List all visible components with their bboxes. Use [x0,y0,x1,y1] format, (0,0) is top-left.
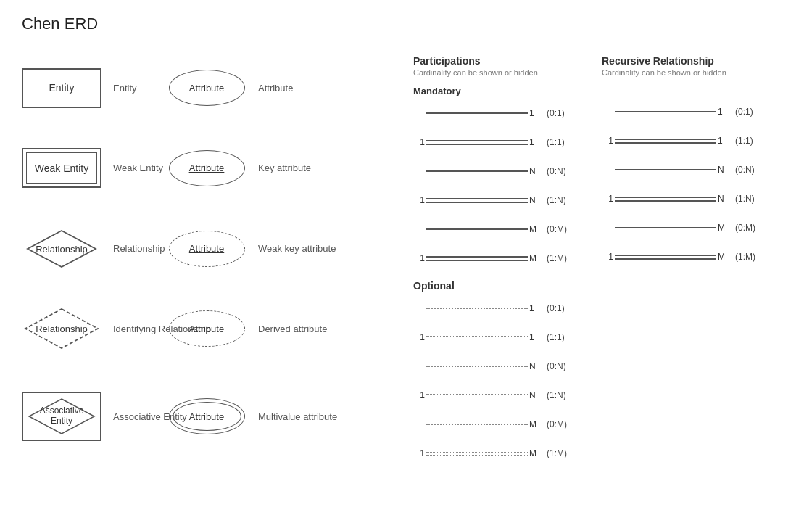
multivalue-attribute-label: Multivalue attribute [258,411,337,422]
opt-0n-right: N [529,361,542,371]
associative-entity-cell: Associative Entity Associative Entity [22,376,167,456]
mand-11-right: 1 [529,137,542,147]
opt-01-label: (0:1) [547,303,565,313]
associative-entity-shape: Associative Entity [22,392,102,441]
opt-01: 1 (0:1) [413,297,602,319]
key-attribute-cell: Attribute Key attribute [167,136,326,201]
rec-1n-line [615,197,716,202]
relationship-diamond: Relationship [25,228,98,269]
participations-title: Participations [413,55,602,67]
svg-text:Relationship: Relationship [36,324,88,334]
rec-11-line [615,139,716,144]
rec-0n-line [615,169,716,170]
attribute-shape-wrapper: Attribute [167,66,246,110]
derived-attribute-shape-label: Attribute [189,324,224,334]
rec-1m-left: 1 [602,252,613,262]
attribute-shape-label: Attribute [189,83,224,94]
multivalue-attr-cell: Attribute Multivalue attribute [167,376,326,456]
mand-1m-right: M [529,253,542,263]
relationship-label: Relationship [113,243,165,254]
opt-1n: 1 N (1:N) [413,384,602,406]
main-layout: Entity Entity Attribute Attribute Weak E… [22,55,790,471]
opt-11-left: 1 [413,332,425,342]
mand-11-line [426,140,528,145]
recursive-title: Recursive Relationship [602,55,790,67]
opt-1m-right: M [529,448,542,458]
svg-text:Entity: Entity [51,416,72,426]
attribute-label: Attribute [258,83,293,94]
rec-11-label: (1:1) [735,136,753,146]
associative-entity-svg: Associative Entity [22,392,102,441]
rec-01-line [615,111,716,112]
participations-section: Participations Cardinality can be shown … [413,55,790,471]
rec-01-right: 1 [718,107,731,117]
mand-11-label: (1:1) [547,137,565,147]
weak-entity-cell: Weak Entity Weak Entity [22,136,167,201]
mand-01-label: (0:1) [547,108,565,118]
rec-0m-label: (0:M) [735,223,755,233]
mand-0n-line [426,170,528,172]
entity-cell: Entity Entity [22,55,167,120]
weak-key-attribute-shape: Attribute [169,231,245,267]
mand-1n-label: (1:N) [547,195,566,205]
mand-1m-label: (1:M) [547,253,567,263]
identifying-relationship-wrapper: Relationship [22,307,102,350]
mand-01-right: 1 [529,108,542,118]
rec-1n-right: N [718,194,731,204]
mand-0m-line [426,228,528,230]
opt-1n-left: 1 [413,390,425,400]
opt-0n-line [426,366,528,367]
opt-0m-right: M [529,419,542,429]
mand-0n-right: N [529,166,542,176]
rec-01-label: (0:1) [735,107,753,117]
rec-0m-right: M [718,223,731,233]
opt-1m-left: 1 [413,448,425,458]
opt-11-line [426,336,528,339]
recursive-subtitle: Cardinality can be shown or hidden [602,68,790,77]
mand-0m-right: M [529,224,542,234]
weak-key-attr-wrapper: Attribute [167,227,246,271]
derived-attr-cell: Attribute Derived attribute [167,296,326,361]
optional-title: Optional [413,280,602,292]
relationship-shape-wrapper: Relationship [22,227,102,271]
identifying-relationship-cell: Relationship Identifying Relationship [22,296,167,361]
mand-0m: M (0:M) [413,218,602,240]
multivalue-attr-wrapper: Attribute [167,395,246,438]
identifying-relationship-diamond: Relationship [22,306,102,351]
mand-1n-left: 1 [413,195,425,205]
rec-1m-label: (1:M) [735,252,755,262]
mand-0n-label: (0:N) [547,166,566,176]
rec-01: 1 (0:1) [602,101,790,123]
opt-0m-label: (0:M) [547,419,567,429]
svg-text:Relationship: Relationship [36,244,88,255]
opt-01-line [426,308,528,309]
opt-01-right: 1 [529,303,542,313]
rec-0m-line [615,227,716,228]
opt-1n-right: N [529,390,542,400]
rec-11: 1 1 (1:1) [602,130,790,152]
opt-0n-label: (0:N) [547,361,566,371]
opt-1n-label: (1:N) [547,390,566,400]
mandatory-title: Mandatory [413,86,602,96]
page-title: Chen ERD [22,15,790,33]
key-attribute-label: Key attribute [258,162,311,173]
entity-shape-label: Entity [49,82,74,94]
shapes-panel: Entity Entity Attribute Attribute Weak E… [22,55,399,471]
entity-label: Entity [113,83,137,94]
opt-0m: M (0:M) [413,413,602,435]
weak-key-attr-label-inner: Attribute [189,243,224,254]
rec-1n: 1 N (1:N) [602,188,790,210]
right-panel: Participations Cardinality can be shown … [399,55,790,471]
key-attr-wrapper: Attribute [167,147,246,190]
opt-11-right: 1 [529,332,542,342]
svg-text:Associative: Associative [40,405,84,416]
opt-1n-line [426,394,528,397]
participations-col: Participations Cardinality can be shown … [413,55,602,471]
opt-0m-line [426,424,528,425]
multivalue-attribute-shape: Attribute [169,398,245,434]
entity-shape: Entity [22,68,102,108]
derived-attribute-label: Derived attribute [258,324,327,334]
rec-0n-right: N [718,165,731,175]
mand-1m-left: 1 [413,253,425,263]
rec-11-left: 1 [602,136,613,146]
